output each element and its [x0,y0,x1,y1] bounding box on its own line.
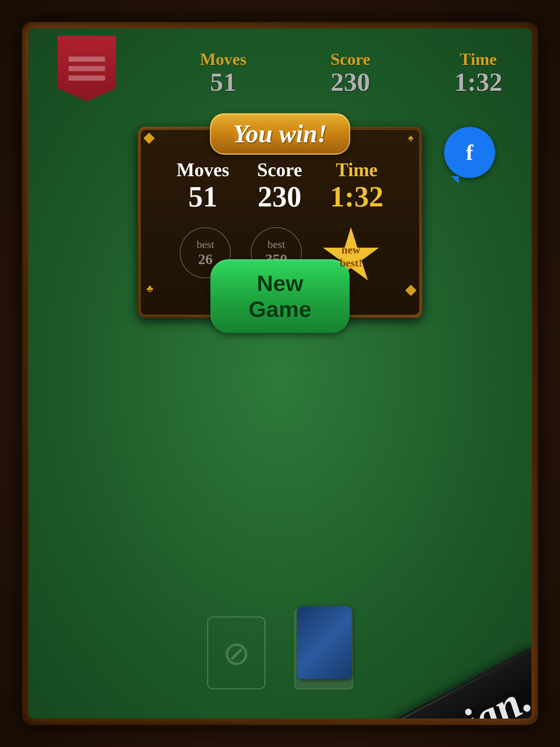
facebook-button[interactable]: f [444,127,495,178]
win-title-wrapper: You win! [210,113,350,155]
dialog-time-label: Time [336,159,378,181]
header: Moves 51 Score 230 Time 1:32 [28,28,532,116]
new-game-button[interactable]: New Game [210,259,350,333]
fb-bubble: f [444,127,495,178]
dialog-time: Time 1:32 [330,159,384,213]
starburst-text: new best! [340,243,362,270]
header-score: Score 230 [331,50,370,95]
header-time-label: Time [460,50,497,69]
header-moves: Moves 51 [200,50,246,95]
rank-stripe-2 [69,66,105,71]
card-area: ⊘ [28,609,532,689]
header-score-value: 230 [331,69,370,95]
dialog-stats: Moves 51 Score 230 Time 1:32 [163,159,397,213]
best-score-label: best [268,238,285,251]
empty-card-slot: ⊘ [207,616,265,689]
best-moves-label: best [197,238,214,251]
header-moves-value: 51 [210,69,236,95]
new-best-line2: best! [340,257,362,269]
no-card-icon: ⊘ [223,634,250,672]
rank-stripe-1 [69,57,105,62]
suit-spade-tr: ♠ [408,132,413,144]
win-title-text: You win! [233,120,327,148]
header-score-label: Score [331,50,370,69]
main-frame: Moves 51 Score 230 Time 1:32 You win! [22,22,538,725]
rank-badge-shape [58,36,116,101]
win-frame: You win! ♠ ♣ Moves 51 [138,127,422,318]
card-back [297,606,352,679]
dialog-time-value: 1:32 [330,181,384,213]
win-dialog: You win! ♠ ♣ Moves 51 [138,127,422,318]
header-moves-label: Moves [200,50,246,69]
header-time: Time 1:32 [454,50,502,95]
suit-diamond-tl [143,132,155,144]
header-time-value: 1:32 [454,69,502,95]
dialog-moves-value: 51 [188,181,217,213]
dialog-score: Score 230 [257,159,302,213]
fb-icon: f [466,140,473,165]
card-holder [295,609,353,689]
new-best-line1: new [342,244,361,256]
new-game-wrapper: New Game [210,259,350,333]
rank-stripe-3 [69,76,105,81]
new-game-label: New Game [249,271,311,322]
suit-club-bl: ♣ [147,283,153,294]
dialog-moves-label: Moves [176,159,229,181]
dialog-score-label: Score [257,159,302,181]
rank-badge [58,36,116,109]
win-title-pill: You win! [210,113,350,155]
dialog-moves: Moves 51 [176,159,229,213]
suit-diamond-br [405,285,416,296]
dialog-score-value: 230 [258,181,302,213]
felt-area: Moves 51 Score 230 Time 1:32 You win! [28,28,532,719]
win-frame-inner: ♠ ♣ Moves 51 Score 230 [140,129,420,316]
